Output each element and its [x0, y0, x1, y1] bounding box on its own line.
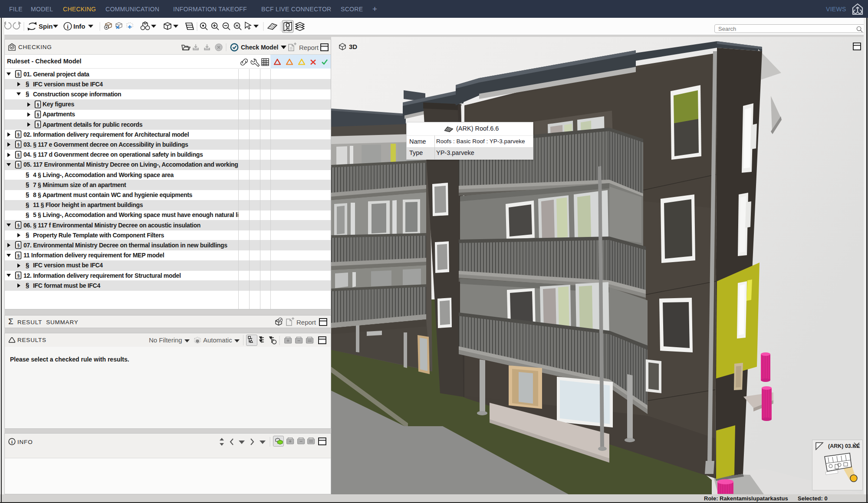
svg-text:§: §	[17, 243, 20, 248]
svg-text:Report: Report	[299, 44, 319, 51]
svg-text:§: §	[17, 253, 20, 258]
svg-text:§: §	[17, 132, 20, 137]
svg-text:§: §	[17, 142, 20, 147]
svg-text:Info: Info	[73, 23, 85, 30]
svg-text:§: §	[37, 122, 39, 127]
svg-text:3D: 3D	[349, 43, 357, 50]
svg-text:Check Model: Check Model	[241, 44, 278, 51]
svg-text:i: i	[67, 23, 69, 30]
svg-text:§: §	[17, 223, 20, 228]
svg-text:Report: Report	[296, 319, 316, 326]
svg-text:§: §	[37, 112, 39, 117]
svg-text:Spin: Spin	[39, 23, 53, 30]
svg-text:§: §	[17, 72, 20, 77]
svg-text:§: §	[17, 273, 20, 278]
svg-text:§: §	[17, 152, 20, 157]
svg-text:i: i	[11, 439, 13, 444]
svg-text:§: §	[37, 102, 39, 107]
svg-text:§: §	[17, 162, 20, 167]
